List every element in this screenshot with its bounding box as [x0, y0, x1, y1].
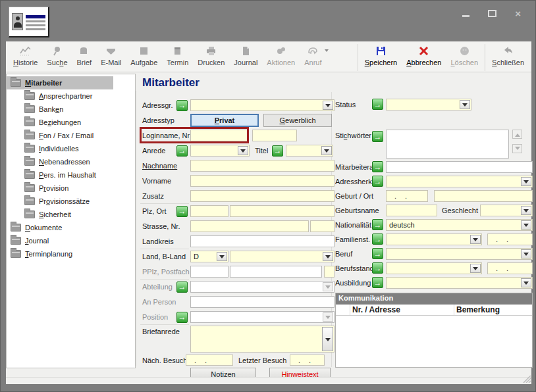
toolbar-button-email[interactable]: E-Mail	[96, 44, 126, 67]
tree-item-fon-fax-email[interactable]: Fon / Fax / Email	[7, 129, 135, 142]
stichwoerter-goto-button[interactable]: →	[372, 131, 383, 142]
dropdown-arrow-icon[interactable]	[322, 327, 333, 351]
maximize-icon[interactable]	[488, 10, 496, 17]
toolbar-button-loeschen[interactable]: Löschen	[446, 44, 483, 67]
vorname-input[interactable]	[190, 175, 335, 187]
loginname-input[interactable]	[190, 130, 248, 141]
kommunikation-col-bemerkung[interactable]: Bemerkung	[454, 305, 532, 315]
nachname-input[interactable]	[190, 160, 335, 172]
status-goto-button[interactable]: →	[372, 99, 383, 110]
dropdown-arrow-icon[interactable]	[521, 249, 531, 258]
beruf-goto-button[interactable]: →	[372, 248, 383, 259]
familienstand-combobox[interactable]	[386, 233, 482, 245]
nr-input[interactable]	[252, 130, 297, 141]
an-person-input[interactable]	[190, 296, 335, 308]
nationalitaet-combobox[interactable]: deutsch	[386, 219, 533, 231]
tree-item-nebenadressen[interactable]: Nebenadressen	[7, 155, 135, 168]
berufsstand-date-input[interactable]: . .	[487, 262, 533, 274]
dropdown-arrow-icon[interactable]	[460, 100, 470, 109]
ort-input[interactable]	[230, 205, 335, 217]
tree-item-dokumente[interactable]: Dokumente	[7, 221, 135, 234]
tree-item-provisionssaetze[interactable]: Provisionssätze	[7, 195, 135, 208]
postfach-input[interactable]	[230, 266, 322, 278]
minimize-icon[interactable]	[462, 15, 469, 17]
toolbar-button-aufgabe[interactable]: Aufgabe	[126, 44, 162, 67]
briefanrede-textarea[interactable]	[190, 326, 335, 353]
letzter-besuch-date-input[interactable]: . .	[290, 355, 325, 366]
hausnr-input[interactable]	[310, 220, 335, 232]
zusatz-input[interactable]	[190, 190, 335, 202]
toolbar-button-brief[interactable]: Brief	[72, 44, 97, 67]
chevron-down-icon[interactable]	[325, 49, 329, 52]
pplz-input[interactable]	[190, 266, 228, 278]
close-icon[interactable]: ×	[515, 10, 521, 17]
dropdown-arrow-icon[interactable]	[470, 264, 481, 273]
toolbar-button-aktionen[interactable]: Aktionen	[262, 44, 300, 67]
dropdown-arrow-icon[interactable]	[323, 252, 333, 261]
dropdown-arrow-icon[interactable]	[321, 146, 332, 155]
dropdown-arrow-icon[interactable]	[521, 177, 531, 186]
gewerblich-button[interactable]: Gewerblich	[263, 114, 332, 127]
ausbildung-combobox[interactable]	[386, 277, 533, 289]
kommunikation-col-nr-adresse[interactable]: Nr. / Adresse	[350, 305, 454, 315]
geburtsdatum-input[interactable]: . .	[386, 190, 428, 202]
abteilung-goto-button[interactable]: →	[176, 282, 188, 293]
mitarbeiterart-goto-button[interactable]: →	[372, 161, 383, 172]
toolbar-button-abbrechen[interactable]: Abbrechen	[402, 44, 446, 67]
dropdown-arrow-icon[interactable]	[470, 235, 481, 244]
privat-button[interactable]: Privat	[190, 114, 259, 127]
berufsstand-combobox[interactable]	[386, 262, 482, 274]
tree-item-mitarbeiter[interactable]: Mitarbeiter	[7, 76, 113, 89]
toolbar-button-schliessen[interactable]: Schließen	[487, 44, 529, 67]
dropdown-arrow-icon[interactable]	[238, 146, 248, 155]
titel-combobox[interactable]	[286, 145, 333, 157]
strasse-input[interactable]	[190, 220, 309, 232]
toolbar-button-suche[interactable]: Suche	[42, 44, 72, 67]
beruf-combobox[interactable]	[386, 248, 533, 260]
toolbar-button-speichern[interactable]: Speichern	[360, 44, 402, 67]
berufsstand-goto-button[interactable]: →	[372, 262, 383, 274]
toolbar-button-historie[interactable]: Historie	[9, 44, 42, 67]
bland-combobox[interactable]	[230, 251, 335, 262]
tree-item-terminplanung[interactable]: Terminplanung	[7, 247, 135, 260]
dropdown-arrow-icon[interactable]	[521, 220, 531, 230]
tree-item-individuelles[interactable]: Individuelles	[7, 142, 135, 155]
anrede-combobox[interactable]	[190, 145, 250, 157]
plz-input[interactable]	[190, 205, 228, 217]
adressherk-goto-button[interactable]: →	[372, 176, 383, 187]
geburtsort-input[interactable]	[434, 190, 533, 202]
plz-goto-button[interactable]: →	[176, 206, 188, 217]
land-combobox[interactable]: D	[190, 251, 228, 262]
adressgr-combobox[interactable]	[190, 99, 335, 111]
tree-item-pers-im-haushalt[interactable]: Pers. im Haushalt	[7, 168, 135, 182]
ausbildung-goto-button[interactable]: →	[372, 277, 383, 288]
scroll-down-button[interactable]	[512, 144, 522, 153]
toolbar-button-termin[interactable]: Termin	[162, 44, 193, 67]
position-goto-button[interactable]: →	[176, 312, 188, 323]
dropdown-arrow-icon[interactable]	[521, 278, 531, 287]
familienstand-goto-button[interactable]: →	[372, 233, 383, 245]
resize-grip[interactable]	[522, 376, 531, 384]
familienstand-date-input[interactable]: . .	[487, 233, 533, 245]
status-combobox[interactable]	[386, 99, 471, 110]
dropdown-arrow-icon[interactable]	[323, 101, 333, 110]
toolbar-button-journal[interactable]: Journal	[229, 44, 262, 67]
mitarbeiterart-input[interactable]	[386, 161, 533, 173]
tree-item-provision[interactable]: Provision	[7, 182, 135, 195]
tree-item-beziehungen[interactable]: Beziehungen	[7, 116, 135, 129]
tree-item-journal[interactable]: Journal	[7, 234, 135, 247]
postfach-flag-box[interactable]	[324, 266, 335, 278]
toolbar-button-drucken[interactable]: Drucken	[193, 44, 229, 67]
titel-goto-button[interactable]: →	[272, 145, 283, 157]
adressgr-goto-button[interactable]: →	[176, 100, 188, 111]
adressherk-combobox[interactable]	[386, 176, 533, 187]
stichwoerter-textarea[interactable]	[386, 130, 509, 159]
nationalitaet-goto-button[interactable]: →	[372, 219, 383, 230]
landkreis-input[interactable]	[190, 235, 335, 247]
tree-item-sicherheit[interactable]: Sicherheit	[7, 208, 135, 221]
dropdown-arrow-icon[interactable]	[521, 206, 531, 215]
kommunikation-table-body[interactable]	[336, 316, 532, 367]
naech-besuch-date-input[interactable]: . .	[186, 355, 233, 366]
dropdown-arrow-icon[interactable]	[217, 252, 227, 261]
toolbar-button-anruf[interactable]: Anruf	[300, 44, 326, 67]
